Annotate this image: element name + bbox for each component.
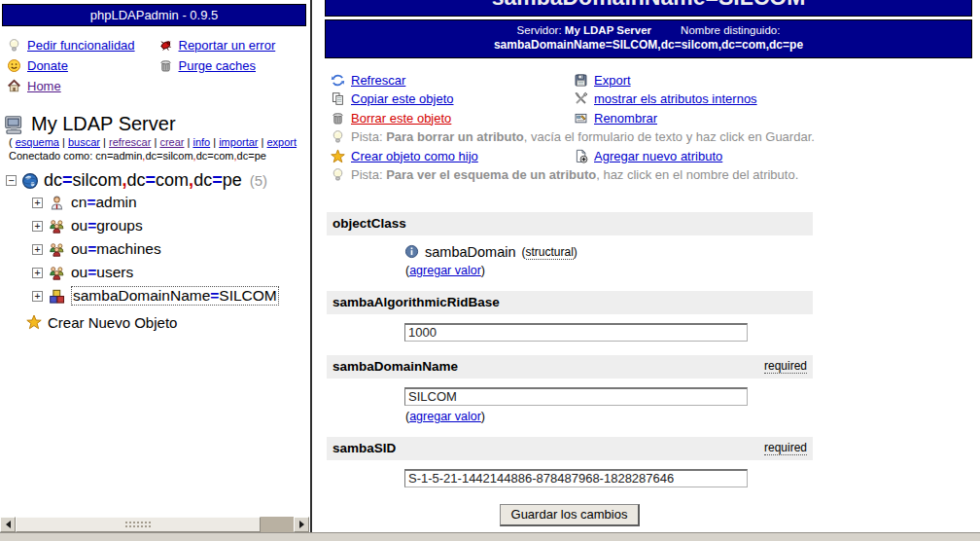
- export-link[interactable]: Export: [594, 73, 631, 88]
- star-icon: [331, 149, 345, 163]
- trash-icon: [158, 58, 173, 73]
- tree-root-count: (5): [250, 172, 267, 189]
- rename-icon: [574, 111, 588, 126]
- rename-link[interactable]: Renombrar: [594, 111, 657, 126]
- main-frame: sambaDomainName=SILCOM Servidor: My LDAP…: [325, 0, 972, 532]
- info-icon[interactable]: [404, 244, 419, 259]
- action-export[interactable]: Export: [574, 73, 631, 88]
- domainname-input[interactable]: [404, 387, 748, 406]
- create-child-link[interactable]: Crear objeto como hijo: [351, 149, 478, 163]
- purge-caches-link[interactable]: Purge caches: [179, 58, 257, 73]
- tree-item-label[interactable]: cn=admin: [71, 194, 137, 211]
- internal-attributes-link[interactable]: mostrar els atributos internos: [594, 91, 757, 106]
- create-new-object[interactable]: Crear Nuevo Objeto: [26, 311, 309, 333]
- tree-item-label[interactable]: ou=machines: [71, 240, 161, 258]
- action-create-child[interactable]: Crear objeto como hijo: [331, 149, 574, 163]
- save-changes-button[interactable]: Guardar los cambios: [500, 504, 641, 526]
- add-attribute-icon: [574, 149, 588, 163]
- dn-label: Nombre distinguido:: [681, 24, 780, 36]
- star-icon: [26, 314, 42, 330]
- objectclass-value-row: sambaDomain structural: [404, 244, 813, 260]
- required-badge: required: [764, 441, 807, 455]
- attr-name[interactable]: sambaDomainName: [332, 359, 458, 374]
- quick-link-home[interactable]: Home: [7, 79, 159, 93]
- report-bug-link[interactable]: Reportar un error: [179, 38, 276, 53]
- expand-icon[interactable]: [32, 198, 43, 208]
- attr-header-objectclass: objectClass: [327, 212, 813, 235]
- tree-item-label-selected[interactable]: sambaDomainName=SILCOM: [71, 286, 279, 306]
- horizontal-scrollbar[interactable]: [0, 517, 309, 532]
- quick-link-purge-caches[interactable]: Purge caches: [158, 58, 310, 73]
- collapse-icon[interactable]: [6, 175, 17, 186]
- smiley-icon: [7, 58, 21, 73]
- action-copy[interactable]: Copiar este objeto: [331, 91, 574, 106]
- server-link-export[interactable]: export: [267, 136, 298, 148]
- create-new-object-label[interactable]: Crear Nuevo Objeto: [48, 314, 177, 331]
- sambasid-input[interactable]: [404, 469, 748, 487]
- add-value-link[interactable]: agregar valor: [409, 410, 481, 423]
- attr-name[interactable]: sambaAlgorithmicRidBase: [332, 295, 500, 309]
- action-add-attribute[interactable]: Agregar nuevo atributo: [574, 149, 722, 163]
- tree-item-label[interactable]: ou=groups: [71, 217, 143, 234]
- group-icon: [49, 265, 65, 281]
- refresh-link[interactable]: Refrescar: [351, 73, 405, 88]
- scrollbar-thumb[interactable]: [16, 517, 261, 532]
- structural-link[interactable]: structural: [526, 245, 574, 260]
- server-link-info[interactable]: info: [192, 136, 210, 148]
- server-link-search[interactable]: buscar: [68, 136, 100, 148]
- action-internal-attributes[interactable]: mostrar els atributos internos: [574, 91, 757, 106]
- server-link-import[interactable]: importar: [219, 136, 258, 148]
- globe-icon: [21, 172, 39, 190]
- expand-icon[interactable]: [32, 221, 43, 232]
- expand-icon[interactable]: [32, 268, 43, 278]
- connected-label: Conectado como:: [9, 150, 92, 162]
- entry-dn: sambaDomainName=SILCOM,dc=silcom,dc=com,…: [326, 38, 971, 54]
- ridbase-input[interactable]: [404, 323, 748, 342]
- scroll-right-button[interactable]: [294, 517, 309, 532]
- request-feature-link[interactable]: Pedir funcionalidad: [27, 38, 135, 53]
- expand-icon[interactable]: [32, 244, 43, 255]
- entry-title: sambaDomainName=SILCOM: [326, 0, 971, 11]
- tree-root-label[interactable]: dc=silcom,dc=com,dc=pe: [44, 170, 242, 191]
- left-arrow-icon: [2, 521, 11, 528]
- scroll-left-button[interactable]: [0, 517, 16, 532]
- copy-icon: [331, 91, 345, 106]
- quick-link-request-feature[interactable]: Pedir funcionalidad: [7, 38, 158, 53]
- attr-header-sambasid: sambaSID required: [327, 437, 813, 460]
- server-label: Servidor:: [517, 24, 562, 36]
- server-link-schema[interactable]: esquema: [16, 136, 59, 148]
- add-value-domainname: agregar valor: [405, 410, 813, 423]
- hint-prefix: Pista:: [351, 167, 383, 182]
- action-rename[interactable]: Renombrar: [574, 111, 657, 126]
- tree-item-machines: ou=machines: [32, 237, 309, 261]
- server-link-refresh[interactable]: refrescar: [109, 136, 151, 148]
- sidebar-frame: phpLDAPadmin - 0.9.5 Pedir funcionalidad…: [0, 0, 309, 532]
- donate-link[interactable]: Donate: [27, 58, 68, 73]
- app-title: phpLDAPadmin - 0.9.5: [2, 4, 306, 26]
- tree-item-label[interactable]: ou=users: [71, 264, 133, 281]
- quick-link-donate[interactable]: Donate: [7, 58, 158, 73]
- server-heading: My LDAP Server: [4, 113, 309, 135]
- action-refresh[interactable]: Refrescar: [331, 73, 574, 88]
- home-icon: [7, 79, 21, 93]
- computer-icon: [4, 115, 24, 135]
- quick-link-report-bug[interactable]: Reportar un error: [158, 38, 310, 53]
- server-action-links: esquemabuscarrefrescarcrearinfoimportare…: [9, 136, 309, 148]
- admin-user-icon: [49, 195, 65, 211]
- add-value-link[interactable]: agregar valor: [409, 264, 481, 277]
- add-attribute-link[interactable]: Agregar nuevo atributo: [594, 149, 722, 163]
- expand-icon[interactable]: [32, 291, 43, 302]
- home-link[interactable]: Home: [27, 79, 61, 93]
- hint-bold: Para ver el esquema de un atributo: [386, 167, 596, 182]
- entry-title-bar: sambaDomainName=SILCOM: [325, 0, 972, 17]
- scrollbar-track[interactable]: [261, 517, 294, 532]
- delete-object-link[interactable]: Borrar este objeto: [351, 111, 451, 126]
- action-delete[interactable]: Borrar este objeto: [331, 111, 574, 126]
- attr-name[interactable]: objectClass: [332, 216, 406, 231]
- server-name: My LDAP Server: [565, 24, 651, 36]
- attr-name[interactable]: sambaSID: [332, 441, 396, 455]
- server-name: My LDAP Server: [31, 113, 176, 135]
- server-link-create[interactable]: crear: [159, 136, 184, 148]
- copy-object-link[interactable]: Copiar este objeto: [351, 91, 454, 106]
- hint-rest: , vacía el formulario de texto y haz cli…: [524, 129, 815, 144]
